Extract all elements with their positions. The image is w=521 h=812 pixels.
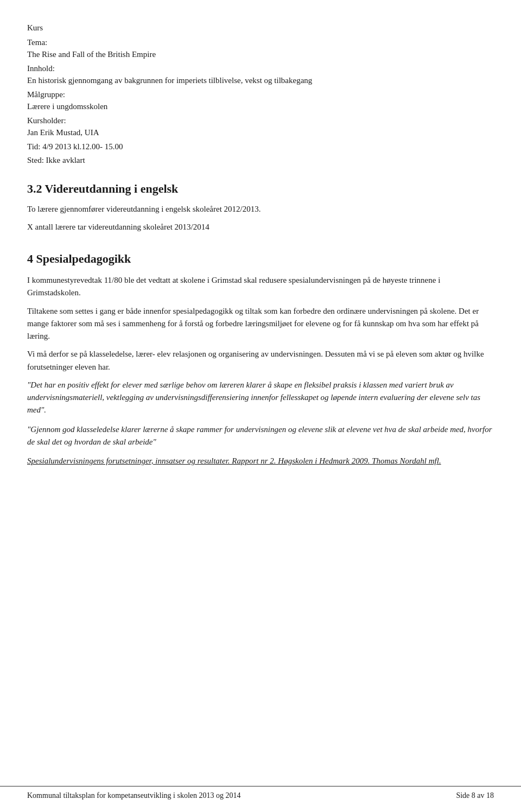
innhold-value: En historisk gjennomgang av bakgrunnen f… [27, 76, 312, 85]
sted-field: Sted: Ikke avklart [27, 154, 494, 167]
page-container: Kurs Tema: The Rise and Fall of the Brit… [0, 0, 521, 812]
section-3-2-para2: X antall lærere tar videreutdanning skol… [27, 221, 494, 233]
section-3-2: 3.2 Videreutdanning i engelsk To lærere … [27, 180, 494, 234]
section-4-heading: 4 Spesialpedagogikk [27, 250, 494, 268]
section-3-2-para1: To lærere gjennomfører videreutdanning i… [27, 203, 494, 215]
malgruppe-field: Målgruppe: Lærere i ungdomsskolen [27, 88, 494, 113]
kurs-label: Kurs [27, 22, 494, 34]
innhold-label: Innhold: [27, 64, 55, 73]
section-4-quote1: "Det har en positiv effekt for elever me… [27, 379, 494, 417]
section-4-para2: Tiltakene som settes i gang er både inne… [27, 305, 494, 343]
section-4: 4 Spesialpedagogikk I kommunestyrevedtak… [27, 250, 494, 467]
section-3-2-heading: 3.2 Videreutdanning i engelsk [27, 180, 494, 198]
section-4-para3: Vi må derfor se på klasseledelse, lærer-… [27, 348, 494, 373]
footer-left: Kommunal tiltaksplan for kompetanseutvik… [27, 790, 241, 801]
footer-bar: Kommunal tiltaksplan for kompetanseutvik… [0, 786, 521, 801]
tema-label: Tema: [27, 38, 47, 47]
malgruppe-value: Lærere i ungdomsskolen [27, 102, 107, 111]
kursholder-value: Jan Erik Mustad, UIA [27, 128, 99, 137]
section-4-reference: Spesialundervisningens forutsetninger, i… [27, 455, 494, 467]
kursholder-label: Kursholder: [27, 116, 66, 125]
tid-value: 4/9 2013 kl.12.00- 15.00 [42, 142, 123, 151]
footer-right: Side 8 av 18 [456, 790, 494, 801]
kursholder-field: Kursholder: Jan Erik Mustad, UIA [27, 115, 494, 139]
kurs-section: Kurs Tema: The Rise and Fall of the Brit… [27, 22, 494, 167]
tid-field: Tid: 4/9 2013 kl.12.00- 15.00 [27, 141, 494, 153]
section-4-quote2: "Gjennom god klasseledelse klarer lærern… [27, 423, 494, 449]
malgruppe-label: Målgruppe: [27, 90, 65, 99]
tema-field: Tema: The Rise and Fall of the British E… [27, 36, 494, 61]
sted-label: Sted: [27, 156, 44, 164]
innhold-field: Innhold: En historisk gjennomgang av bak… [27, 62, 494, 87]
tema-value: The Rise and Fall of the British Empire [27, 50, 156, 59]
section-4-para1: I kommunestyrevedtak 11/80 ble det vedta… [27, 274, 494, 300]
tid-label: Tid: [27, 142, 40, 151]
sted-value: Ikke avklart [46, 156, 85, 164]
